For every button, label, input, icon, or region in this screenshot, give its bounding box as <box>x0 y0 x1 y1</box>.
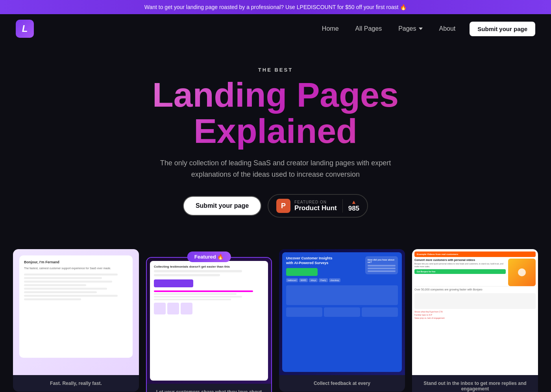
featured-badge: Featured 🔥 <box>187 251 231 262</box>
nav-pages[interactable]: Pages <box>392 22 429 35</box>
product-hunt-count-col: ▲ 985 <box>342 199 359 213</box>
hero-description: The only collection of leading SaaS and … <box>150 157 401 180</box>
cards-section: Bonjour, I'm Fernand The fastest, calmes… <box>0 233 551 392</box>
product-hunt-text: FEATURED ON Product Hunt <box>294 200 337 212</box>
card-userloop[interactable]: Uncover Customer Insights with AI-Powere… <box>279 249 405 392</box>
nav-about[interactable]: About <box>433 22 462 35</box>
nav-all-pages[interactable]: All Pages <box>349 22 388 35</box>
cta-row: Submit your page P FEATURED ON Product H… <box>106 194 445 218</box>
card3-caption: Collect feedback at every <box>279 375 405 392</box>
card-senjan[interactable]: Featured 🔥 Collecting testimonials doesn… <box>146 257 272 392</box>
nav-home[interactable]: Home <box>316 22 345 35</box>
product-hunt-name: Product Hunt <box>294 204 337 212</box>
product-hunt-badge[interactable]: P FEATURED ON Product Hunt ▲ 985 <box>268 194 368 218</box>
card1-caption: Fast. Really, really fast. <box>13 375 139 392</box>
hero-eyebrow: THE BEST <box>106 67 445 73</box>
chevron-down-icon <box>419 28 423 30</box>
upvote-arrow-icon: ▲ <box>351 199 357 205</box>
hero-section: THE BEST Landing PagesExplained The only… <box>98 43 453 233</box>
promo-banner: Want to get your landing page roasted by… <box>0 0 551 14</box>
product-hunt-logo: P <box>276 199 290 213</box>
navbar: L Home All Pages Pages About Submit your… <box>0 14 551 43</box>
hero-title: Landing PagesExplained <box>106 77 445 150</box>
nav-submit-button[interactable]: Submit your page <box>470 22 535 36</box>
logo[interactable]: L <box>16 20 34 38</box>
card4-caption: Stand out in the inbox to get more repli… <box>412 375 538 392</box>
submit-page-button[interactable]: Submit your page <box>183 196 261 216</box>
card-bonjaro[interactable]: Example Videos from real customers Conve… <box>412 249 538 392</box>
nav-links: Home All Pages Pages About Submit your p… <box>316 22 535 36</box>
card-femand[interactable]: Bonjour, I'm Fernand The fastest, calmes… <box>13 249 139 392</box>
product-hunt-featured-label: FEATURED ON <box>294 200 327 204</box>
product-hunt-count: 985 <box>348 205 359 213</box>
promo-text: Want to get your landing page roasted by… <box>144 4 407 10</box>
card2-caption: Let your customers share what they love … <box>147 384 271 392</box>
